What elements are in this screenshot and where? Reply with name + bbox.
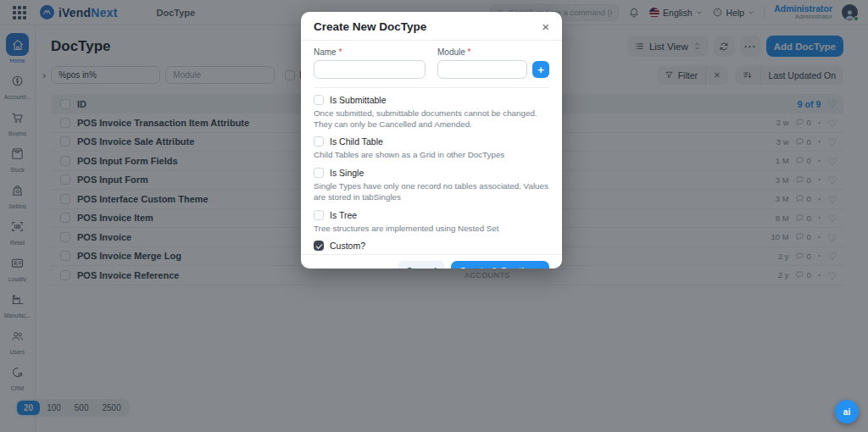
checkbox-label: Is Child Table — [330, 136, 383, 147]
name-field-label: Name — [314, 47, 426, 57]
is-submittable-checkbox[interactable] — [314, 95, 324, 105]
checkbox-description: Single Types have only one record no tab… — [314, 181, 549, 202]
create-continue-button[interactable]: Create & Continue — [451, 261, 549, 269]
checkbox-description: Once submitted, submittable documents ca… — [314, 108, 549, 130]
module-input[interactable] — [437, 60, 527, 79]
ai-fab-label: ai — [843, 407, 850, 417]
modal-divider — [314, 87, 549, 88]
checkbox-label: Is Tree — [330, 210, 357, 220]
cancel-button[interactable]: Cancel — [398, 261, 445, 269]
is-submittable-checkbox-row[interactable]: Is Submittable — [314, 95, 549, 105]
checkbox-description: Tree structures are implemented using Ne… — [314, 224, 549, 235]
is-child-table-checkbox-row[interactable]: Is Child Table — [314, 136, 549, 147]
modal-title: Create New DocType — [314, 20, 426, 33]
is-single-checkbox-row[interactable]: Is Single — [314, 168, 549, 178]
is-single-checkbox[interactable] — [314, 168, 324, 178]
add-module-button[interactable] — [532, 61, 549, 78]
app-window: iVendNext DocType English Help Administr… — [0, 0, 868, 432]
ai-assistant-fab[interactable]: ai — [835, 400, 859, 424]
is-child-table-checkbox[interactable] — [314, 136, 324, 147]
custom-checkbox[interactable] — [314, 241, 324, 251]
checkbox-label: Is Submittable — [330, 95, 387, 105]
is-tree-checkbox-row[interactable]: Is Tree — [314, 210, 549, 220]
close-icon[interactable] — [542, 20, 549, 33]
checkbox-label: Custom? — [330, 241, 365, 251]
checkbox-description: Child Tables are shown as a Grid in othe… — [314, 150, 549, 161]
module-field-label: Module — [437, 47, 549, 57]
custom-checkbox-row[interactable]: Custom? — [314, 241, 549, 251]
checkbox-label: Is Single — [330, 168, 364, 178]
name-input[interactable] — [314, 60, 426, 79]
create-doctype-modal: Create New DocType Name Module — [301, 12, 562, 269]
is-tree-checkbox[interactable] — [314, 210, 324, 220]
